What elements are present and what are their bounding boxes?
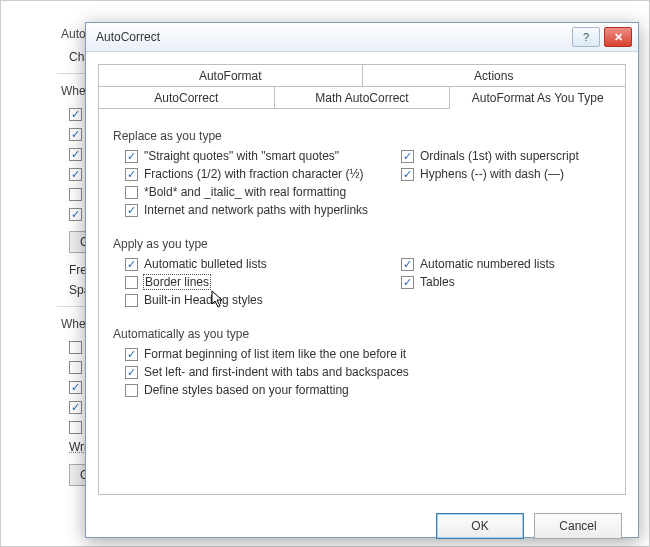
tab-autoformat-as-you-type[interactable]: AutoFormat As You Type [450,87,625,109]
dialog-title: AutoCorrect [96,30,568,44]
opt-hyphens[interactable]: Hyphens (--) with dash (—) [401,167,611,181]
close-icon: ✕ [614,31,623,44]
opt-straight-quotes[interactable]: "Straight quotes" with "smart quotes" [125,149,401,163]
checkbox-icon[interactable] [125,168,138,181]
checkbox-icon[interactable] [125,384,138,397]
panel-autoformat-as-you-type: Replace as you type "Straight quotes" wi… [98,109,626,495]
opt-border-lines-label: Border lines [144,275,210,289]
help-button[interactable]: ? [572,27,600,47]
section-apply-label: Apply as you type [113,237,611,251]
opt-hyperlinks[interactable]: Internet and network paths with hyperlin… [125,203,401,217]
opt-fractions[interactable]: Fractions (1/2) with fraction character … [125,167,401,181]
opt-bold-italic[interactable]: *Bold* and _italic_ with real formatting [125,185,401,199]
checkbox-icon[interactable] [69,341,82,354]
checkbox-icon[interactable] [125,294,138,307]
section-replace-label: Replace as you type [113,129,611,143]
checkbox-icon[interactable] [125,348,138,361]
cursor-icon [211,290,225,308]
checkbox-icon[interactable] [69,128,82,141]
checkbox-icon[interactable] [125,276,138,289]
checkbox-icon[interactable] [69,421,82,434]
checkbox-icon[interactable] [401,276,414,289]
opt-ordinals[interactable]: Ordinals (1st) with superscript [401,149,611,163]
checkbox-icon[interactable] [69,208,82,221]
checkbox-icon[interactable] [401,150,414,163]
opt-tables[interactable]: Tables [401,275,611,289]
ok-button[interactable]: OK [436,513,524,539]
checkbox-icon[interactable] [69,401,82,414]
checkbox-icon[interactable] [69,168,82,181]
section-auto-label: Automatically as you type [113,327,611,341]
tab-autoformat[interactable]: AutoFormat [99,65,363,87]
checkbox-icon[interactable] [125,186,138,199]
opt-define-styles[interactable]: Define styles based on your formatting [125,381,611,399]
checkbox-icon[interactable] [69,381,82,394]
opt-format-list-item[interactable]: Format beginning of list item like the o… [125,345,611,363]
checkbox-icon[interactable] [401,168,414,181]
opt-numbered-lists[interactable]: Automatic numbered lists [401,257,611,271]
checkbox-icon[interactable] [125,366,138,379]
checkbox-icon[interactable] [69,361,82,374]
checkbox-icon[interactable] [125,204,138,217]
tab-math-autocorrect[interactable]: Math AutoCorrect [275,87,451,109]
tabs: AutoFormat Actions AutoCorrect Math Auto… [98,64,626,109]
titlebar[interactable]: AutoCorrect ? ✕ [86,23,638,52]
tab-actions[interactable]: Actions [363,65,626,87]
checkbox-icon[interactable] [69,188,82,201]
opt-border-lines[interactable]: Border lines [125,275,401,289]
checkbox-icon[interactable] [125,150,138,163]
dialog-button-row: OK Cancel [86,503,638,547]
opt-set-indent[interactable]: Set left- and first-indent with tabs and… [125,363,611,381]
close-button[interactable]: ✕ [604,27,632,47]
checkbox-icon[interactable] [69,108,82,121]
opt-bulleted-lists[interactable]: Automatic bulleted lists [125,257,401,271]
tab-autocorrect[interactable]: AutoCorrect [99,87,275,109]
cancel-button[interactable]: Cancel [534,513,622,539]
checkbox-icon[interactable] [125,258,138,271]
autocorrect-dialog: AutoCorrect ? ✕ AutoFormat Actions AutoC… [85,22,639,538]
checkbox-icon[interactable] [69,148,82,161]
opt-heading-styles[interactable]: Built-in Heading styles [125,293,401,307]
checkbox-icon[interactable] [401,258,414,271]
